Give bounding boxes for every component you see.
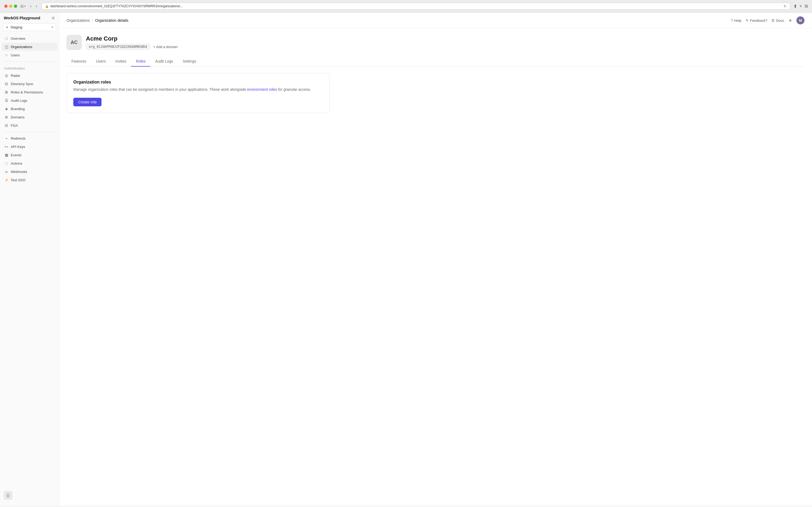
lock-icon: 🔒 [45,5,49,8]
copy-button[interactable]: ⧉ [805,4,808,9]
fga-icon: ⊟ [4,123,9,127]
audit-logs-icon: ☰ [4,98,9,103]
tab-features[interactable]: Features [67,56,91,67]
code-icon: ⟨⟩ [6,493,10,498]
sidebar-item-label: Roles & Permissions [11,90,43,94]
sidebar-item-label: Directory Sync [11,82,34,86]
help-label: Help [734,18,741,22]
roles-card-title: Organization roles [73,80,323,84]
sidebar-item-domains[interactable]: ⊕ Domains [2,113,57,121]
sidebar-item-label: Test SSO [11,178,25,182]
fullscreen-button[interactable] [14,5,17,8]
users-icon: ○ [4,53,9,57]
org-header: AC Acme Corp org_01JGKPP6BJZF2QZ2XKQ8M0S… [67,35,805,50]
bottom-nav: ⌁ Redirects 🗝 API Keys ▦ Events ◌ Action… [0,134,59,184]
env-icon: ✦ [6,25,8,29]
breadcrumb: Organizations / Organization details [67,18,128,22]
radar-icon: ◎ [4,73,9,77]
url-display: dashboard.workos.com/environment_01EQ1FT… [51,4,183,8]
org-info: Acme Corp org_01JGKPP6BJZF2QZ2XKQ8M0S0D4… [86,35,177,50]
organizations-icon: ◫ [4,45,9,49]
code-icon-button[interactable]: ⟨⟩ [4,491,12,500]
auth-nav: ◎ Radar ⊟ Directory Sync ⊞ Roles & Permi… [0,71,59,130]
sidebar-item-label: Organizations [11,45,32,49]
env-name: Staging [10,25,49,29]
test-sso-icon: ⚡ [4,178,9,182]
sidebar-item-label: Events [11,153,21,157]
sidebar-item-directory-sync[interactable]: ⊟ Directory Sync [2,80,57,88]
sidebar-item-users[interactable]: ○ Users [2,51,57,59]
address-bar[interactable]: 🔒 dashboard.workos.com/environment_01EQ1… [42,3,790,10]
environment-selector[interactable]: ✦ Staging ▾ [3,23,56,31]
chevron-down-icon: ▾ [52,25,53,29]
reload-button[interactable]: ↻ [784,4,787,8]
sidebar-item-branding[interactable]: ◈ Branding [2,105,57,113]
feedback-label: Feedback? [750,18,767,22]
tab-users[interactable]: Users [91,56,111,67]
overview-icon: □ [4,36,9,41]
sidebar-item-label: Branding [11,107,25,111]
sidebar-item-roles-permissions[interactable]: ⊞ Roles & Permissions [2,88,57,96]
sidebar-item-label: Users [11,53,20,57]
sidebar-item-organizations[interactable]: ◫ Organizations [2,43,57,51]
traffic-lights [4,5,17,8]
add-domain-link[interactable]: + Add a domain [153,45,178,49]
sidebar-item-overview[interactable]: □ Overview [2,35,57,43]
sidebar-item-label: Domains [11,115,24,119]
browser-actions: ⬆ + ⧉ [794,4,808,9]
webhooks-icon: ⌯ [4,169,9,174]
nav-divider-2 [3,132,56,132]
sidebar-item-webhooks[interactable]: ⌯ Webhooks [2,168,57,176]
tab-invites[interactable]: Invites [111,56,131,67]
sidebar-item-label: FGA [11,123,18,127]
create-role-button[interactable]: Create role [73,98,102,106]
share-button[interactable]: ⬆ [794,4,797,9]
docs-label: Docs [776,18,784,22]
sidebar-item-events[interactable]: ▦ Events [2,151,57,159]
feedback-link[interactable]: ✎ Feedback? [746,18,767,22]
sidebar-item-redirects[interactable]: ⌁ Redirects [2,134,57,142]
sidebar-item-label: Actions [11,161,22,165]
docs-link[interactable]: ☰ Docs [771,18,784,22]
breadcrumb-organizations[interactable]: Organizations [67,18,90,22]
branding-icon: ◈ [4,107,9,111]
brand-name: WorkOS Playground [4,16,40,20]
nav-divider-1 [3,61,56,62]
sidebar-item-test-sso[interactable]: ⚡ Test SSO [2,176,57,184]
sidebar-item-radar[interactable]: ◎ Radar [2,71,57,79]
roles-desc-start: Manage organization roles that can be as… [73,87,247,92]
sidebar-toggle[interactable]: ⊟ ▾ [20,4,26,8]
user-avatar[interactable]: M [797,16,805,24]
tab-roles[interactable]: Roles [131,56,151,67]
sidebar-item-label: Overview [11,37,25,41]
back-button[interactable]: ‹ [29,3,33,9]
sidebar-item-api-keys[interactable]: 🗝 API Keys [2,143,57,151]
sidebar: WorkOS Playground ⚙ ✦ Staging ▾ □ Overvi… [0,13,59,506]
settings-icon[interactable]: ⚙ [52,16,55,20]
roles-card: Organization roles Manage organization r… [67,73,330,113]
new-tab-button[interactable]: + [800,4,802,9]
feedback-icon: ✎ [746,18,749,22]
theme-toggle[interactable]: ☀ [789,18,792,23]
tab-audit-logs[interactable]: Audit Logs [151,56,178,67]
roles-card-desc: Manage organization roles that can be as… [73,87,323,92]
sidebar-item-label: Webhooks [11,170,27,174]
help-link[interactable]: ? Help [731,18,741,22]
docs-icon: ☰ [771,18,775,22]
sidebar-item-audit-logs[interactable]: ☰ Audit Logs [2,97,57,105]
sidebar-item-label: API Keys [11,145,25,149]
top-nav: □ Overview ◫ Organizations ○ Users [0,35,59,59]
browser-chrome: ⊟ ▾ ‹ › 🔒 dashboard.workos.com/environme… [0,0,812,13]
org-meta: org_01JGKPP6BJZF2QZ2XKQ8M0S0D4 + Add a d… [86,44,177,50]
forward-button[interactable]: › [35,3,38,9]
environment-roles-link[interactable]: environment roles [247,87,277,92]
domains-icon: ⊕ [4,115,9,119]
sidebar-item-fga[interactable]: ⊟ FGA [2,121,57,129]
tab-settings[interactable]: Settings [178,56,201,67]
roles-icon: ⊞ [4,90,9,94]
org-tabs: Features Users Invites Roles Audit Logs … [67,56,805,67]
help-icon: ? [731,18,733,22]
minimize-button[interactable] [9,5,12,8]
close-button[interactable] [4,5,7,8]
sidebar-item-actions[interactable]: ◌ Actions [2,159,57,167]
